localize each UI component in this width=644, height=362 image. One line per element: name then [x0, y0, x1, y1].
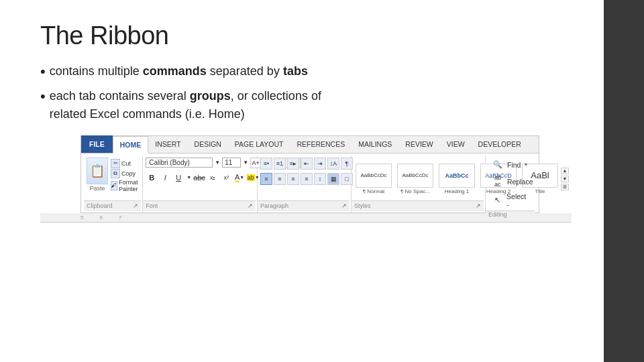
style-no-space[interactable]: AaBbCcDc ¶ No Spac...: [396, 164, 435, 194]
slide-area: The Ribbon • contains multiple commands …: [0, 0, 604, 362]
paste-label: Paste: [89, 185, 105, 192]
tab-references[interactable]: REFERENCES: [290, 135, 352, 153]
clipboard-expand-icon[interactable]: ↗: [133, 202, 138, 209]
bold-tabs: tabs: [283, 64, 308, 78]
format-painter-label: Format Painter: [119, 179, 141, 192]
font-format-row: B I U ▼ abc x₂ x² A ▼ a: [146, 172, 272, 184]
sort-button[interactable]: ↕A: [327, 158, 339, 170]
cut-icon: ✂: [111, 159, 120, 168]
cut-button[interactable]: ✂ Cut: [111, 159, 141, 168]
increase-indent-button[interactable]: ⇥: [314, 158, 326, 170]
ribbon-container: FILE HOME INSERT DESIGN PAGE LAYOUT REFE…: [80, 135, 539, 213]
copy-button[interactable]: ⧉ Copy: [111, 169, 141, 178]
numbering-button[interactable]: ≡1: [274, 158, 286, 170]
font-group: Calibri (Body) ▼ 11 ▼ A+ A- Aa A: [143, 156, 258, 213]
clipboard-label: Clipboard: [87, 202, 113, 209]
paste-icon: 📋: [87, 158, 108, 184]
paragraph-label: Paragraph: [260, 202, 288, 209]
clipboard-group-label-bar: Clipboard ↗: [84, 200, 141, 211]
bullet-2: • each tab contains several groups, or c…: [40, 87, 572, 123]
underline-dropdown[interactable]: ▼: [186, 175, 191, 180]
line-spacing-button[interactable]: ↕: [314, 173, 326, 185]
format-painter-button[interactable]: 🖌 Format Painter: [111, 179, 141, 192]
replace-button[interactable]: abac Replace: [488, 174, 536, 189]
shading-button[interactable]: ▦: [327, 173, 339, 185]
font-name-box[interactable]: Calibri (Body): [146, 158, 213, 168]
styles-label: Styles: [354, 202, 371, 209]
font-group-label-bar: Font ↗: [143, 200, 256, 211]
superscript-button[interactable]: x²: [220, 172, 232, 184]
paste-button[interactable]: 📋 Paste: [87, 158, 108, 192]
tab-insert[interactable]: INSERT: [148, 135, 187, 153]
underline-button[interactable]: U: [172, 172, 184, 184]
normal-preview: AaBbCcDc: [356, 164, 392, 188]
font-size-box[interactable]: 11: [222, 158, 241, 168]
align-right-button[interactable]: ≡: [287, 173, 299, 185]
align-left-button[interactable]: ≡: [260, 173, 272, 185]
tab-mailings[interactable]: MAILINGS: [352, 135, 398, 153]
bold-commands: commands: [143, 64, 207, 78]
find-button[interactable]: 🔍 Find ▼: [488, 158, 531, 172]
copy-icon: ⧉: [111, 169, 120, 178]
slide-title: The Ribbon: [40, 21, 572, 50]
ribbon-body: 📋 Paste ✂ Cut ⧉ Copy: [81, 154, 539, 213]
slide-content: The Ribbon • contains multiple commands …: [0, 0, 604, 236]
tab-page-layout[interactable]: PAGE LAYOUT: [228, 135, 290, 153]
style-heading1[interactable]: AaBbCc Heading 1: [437, 164, 476, 194]
scroll-up-button[interactable]: ▲: [561, 168, 569, 174]
format-painter-icon: 🖌: [111, 181, 117, 190]
ribbon-tabs: FILE HOME INSERT DESIGN PAGE LAYOUT REFE…: [81, 136, 539, 154]
multilevel-list-button[interactable]: ≡▸: [287, 158, 299, 170]
bullets-button[interactable]: ≡•: [260, 158, 272, 170]
font-size-dropdown-icon[interactable]: ▼: [243, 160, 248, 166]
find-icon: 🔍: [491, 159, 504, 171]
clipboard-secondary-buttons: ✂ Cut ⧉ Copy 🖌 Format Painter: [111, 159, 141, 192]
tab-file[interactable]: FILE: [81, 135, 113, 153]
scroll-down-button[interactable]: ▼: [561, 176, 569, 182]
style-normal[interactable]: AaBbCcDc ¶ Normal: [354, 164, 393, 194]
editing-content: 🔍 Find ▼ abac Replace ↖ Select -: [488, 158, 532, 210]
bullet-points: • contains multiple commands separated b…: [40, 62, 572, 123]
tab-design[interactable]: DESIGN: [188, 135, 228, 153]
paragraph-group: ≡• ≡1 ≡▸ ⇤ ⇥ ↕A ¶ ≡ ≡ ≡ ≡: [258, 156, 352, 213]
more-styles-button[interactable]: ⊞: [561, 184, 569, 190]
tab-view[interactable]: VIEW: [440, 135, 472, 153]
clipboard-group: 📋 Paste ✂ Cut ⧉ Copy: [84, 156, 143, 213]
font-expand-icon[interactable]: ↗: [248, 202, 253, 209]
font-color-dropdown[interactable]: ▼: [239, 175, 244, 180]
right-panel: [604, 0, 644, 362]
justify-button[interactable]: ≡: [301, 173, 313, 185]
select-label: Select -: [506, 192, 529, 208]
styles-group-label-bar: Styles ↗: [352, 200, 484, 211]
align-center-button[interactable]: ≡: [274, 173, 286, 185]
title-name: Title: [535, 188, 545, 194]
paragraph-row2: ≡ ≡ ≡ ≡ ↕ ▦ □: [260, 173, 353, 185]
replace-label: Replace: [507, 178, 533, 186]
styles-scroll: ▲ ▼ ⊞: [561, 168, 569, 190]
normal-name: ¶ Normal: [363, 188, 384, 194]
no-space-name: ¶ No Spac...: [400, 188, 430, 194]
styles-group: AaBbCcDc ¶ Normal AaBbCcDc ¶ No Spac... …: [352, 156, 486, 213]
strikethrough-button[interactable]: abc: [193, 172, 205, 184]
font-name-dropdown-icon[interactable]: ▼: [215, 160, 220, 166]
paragraph-expand-icon[interactable]: ↗: [341, 202, 347, 209]
select-button[interactable]: ↖ Select -: [488, 191, 532, 210]
heading1-preview: AaBbCc: [439, 164, 475, 188]
bold-button[interactable]: B: [146, 172, 158, 184]
tab-home[interactable]: HOME: [113, 136, 149, 154]
italic-button[interactable]: I: [159, 172, 171, 184]
tab-review[interactable]: REVIEW: [398, 135, 439, 153]
ruler-mark-6: 6: [99, 215, 102, 221]
font-color-button[interactable]: A ▼: [233, 172, 246, 184]
tab-developer[interactable]: DEVELOPER: [472, 135, 528, 153]
no-space-preview: AaBbCcDc: [397, 164, 433, 188]
decrease-indent-button[interactable]: ⇤: [301, 158, 313, 170]
paragraph-content: ≡• ≡1 ≡▸ ⇤ ⇥ ↕A ¶ ≡ ≡ ≡ ≡: [260, 158, 347, 200]
find-dropdown[interactable]: ▼: [523, 162, 528, 167]
styles-expand-icon[interactable]: ↗: [476, 202, 481, 209]
subscript-button[interactable]: x₂: [207, 172, 219, 184]
replace-icon: abac: [491, 176, 504, 188]
copy-label: Copy: [121, 170, 136, 177]
bullet-text-2: each tab contains several groups, or col…: [50, 87, 572, 123]
editing-label: Editing: [488, 211, 507, 218]
